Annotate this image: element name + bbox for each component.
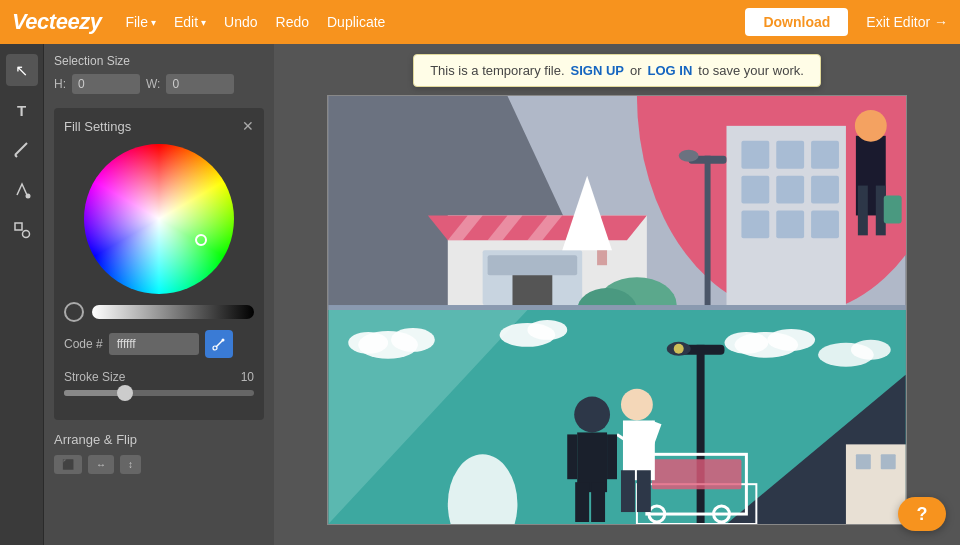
stroke-slider-track[interactable] xyxy=(64,390,254,396)
nav-edit[interactable]: Edit ▾ xyxy=(174,14,206,30)
h-label: H: xyxy=(54,77,66,91)
svg-rect-65 xyxy=(652,459,742,489)
svg-point-4 xyxy=(22,231,29,238)
stroke-size-label: Stroke Size xyxy=(64,370,125,384)
left-toolbar: ↖ T xyxy=(0,44,44,545)
svg-rect-17 xyxy=(776,176,804,204)
stroke-value: 10 xyxy=(241,370,254,384)
svg-rect-14 xyxy=(776,141,804,169)
svg-point-24 xyxy=(679,150,699,162)
svg-rect-73 xyxy=(607,434,617,479)
nav-redo[interactable]: Redo xyxy=(276,14,309,30)
svg-point-54 xyxy=(724,332,768,354)
color-code-input[interactable] xyxy=(109,333,199,355)
login-link[interactable]: LOG IN xyxy=(648,63,693,78)
help-icon: ? xyxy=(917,504,928,525)
svg-rect-57 xyxy=(697,345,705,524)
svg-point-68 xyxy=(574,397,610,433)
svg-rect-33 xyxy=(488,255,578,275)
main-area: ↖ T Selection Size H: xyxy=(0,44,960,545)
svg-rect-22 xyxy=(705,156,711,310)
signup-link[interactable]: SIGN UP xyxy=(571,63,624,78)
svg-rect-40 xyxy=(858,186,868,236)
svg-point-7 xyxy=(221,339,224,342)
svg-rect-79 xyxy=(846,444,906,524)
shape-tool[interactable] xyxy=(6,214,38,246)
svg-rect-71 xyxy=(591,482,605,522)
color-wheel[interactable] xyxy=(84,144,234,294)
svg-rect-13 xyxy=(741,141,769,169)
eyedropper-button[interactable] xyxy=(205,330,233,358)
exit-editor-button[interactable]: Exit Editor → xyxy=(866,14,948,30)
nav-file[interactable]: File ▾ xyxy=(125,14,156,30)
svg-rect-20 xyxy=(776,210,804,238)
svg-rect-80 xyxy=(856,454,871,469)
svg-point-74 xyxy=(621,389,653,421)
svg-rect-77 xyxy=(637,470,651,512)
opacity-slider-row xyxy=(64,302,254,322)
edit-arrow-icon: ▾ xyxy=(201,17,206,28)
notification-text: This is a temporary file. xyxy=(430,63,564,78)
svg-point-48 xyxy=(391,328,435,352)
or-text: or xyxy=(630,63,642,78)
stroke-slider-fill xyxy=(64,390,121,396)
width-input[interactable] xyxy=(166,74,234,94)
logo: Vecteezy xyxy=(12,9,101,35)
code-label: Code # xyxy=(64,337,103,351)
selection-size-label: Selection Size xyxy=(54,54,264,68)
stroke-slider-thumb[interactable] xyxy=(117,385,133,401)
opacity-circle xyxy=(64,302,84,322)
fill-settings-label: Fill Settings xyxy=(64,119,131,134)
svg-point-56 xyxy=(851,340,891,360)
arrange-row: ⬛ ↔ ↕ xyxy=(54,455,264,474)
fill-settings-close[interactable]: ✕ xyxy=(242,118,254,134)
svg-rect-16 xyxy=(741,176,769,204)
canvas-image[interactable] xyxy=(327,95,907,525)
svg-rect-70 xyxy=(575,482,589,522)
nav-duplicate[interactable]: Duplicate xyxy=(327,14,385,30)
file-arrow-icon: ▾ xyxy=(151,17,156,28)
black-gradient-bar[interactable] xyxy=(92,305,254,319)
svg-line-0 xyxy=(15,143,27,155)
color-wheel-indicator xyxy=(195,234,207,246)
svg-point-60 xyxy=(674,344,684,354)
help-button[interactable]: ? xyxy=(898,497,946,531)
arrange-btn-1[interactable]: ⬛ xyxy=(54,455,82,474)
svg-rect-35 xyxy=(597,250,607,265)
svg-rect-81 xyxy=(881,454,896,469)
svg-rect-42 xyxy=(884,196,902,224)
svg-rect-18 xyxy=(811,176,839,204)
canvas-area: This is a temporary file. SIGN UP or LOG… xyxy=(274,44,960,545)
svg-line-1 xyxy=(15,155,17,157)
fill-settings-box: Fill Settings ✕ Code # xyxy=(54,108,264,420)
svg-point-51 xyxy=(527,320,567,340)
notification-bar: This is a temporary file. SIGN UP or LOG… xyxy=(413,54,821,87)
svg-point-53 xyxy=(767,329,815,351)
svg-rect-21 xyxy=(811,210,839,238)
nav-undo[interactable]: Undo xyxy=(224,14,257,30)
notification-suffix: to save your work. xyxy=(698,63,804,78)
svg-point-2 xyxy=(25,194,30,199)
svg-rect-72 xyxy=(567,434,577,479)
svg-rect-15 xyxy=(811,141,839,169)
svg-rect-19 xyxy=(741,210,769,238)
pen-tool[interactable] xyxy=(6,134,38,166)
color-wheel-container[interactable] xyxy=(64,144,254,294)
svg-rect-76 xyxy=(621,470,635,512)
side-panel: Selection Size H: W: Fill Settings ✕ xyxy=(44,44,274,545)
svg-rect-3 xyxy=(15,223,22,230)
fill-tool[interactable] xyxy=(6,174,38,206)
arrange-btn-3[interactable]: ↕ xyxy=(120,455,141,474)
top-navigation: Vecteezy File ▾ Edit ▾ Undo Redo Duplica… xyxy=(0,0,960,44)
arrange-btn-2[interactable]: ↔ xyxy=(88,455,114,474)
height-input[interactable] xyxy=(72,74,140,94)
w-label: W: xyxy=(146,77,160,91)
cursor-tool[interactable]: ↖ xyxy=(6,54,38,86)
arrange-flip-label: Arrange & Flip xyxy=(54,432,264,447)
text-tool[interactable]: T xyxy=(6,94,38,126)
svg-point-49 xyxy=(348,332,388,354)
code-row: Code # xyxy=(64,330,254,358)
illustration-svg xyxy=(328,96,906,524)
svg-point-39 xyxy=(855,110,887,142)
download-button[interactable]: Download xyxy=(745,8,848,36)
